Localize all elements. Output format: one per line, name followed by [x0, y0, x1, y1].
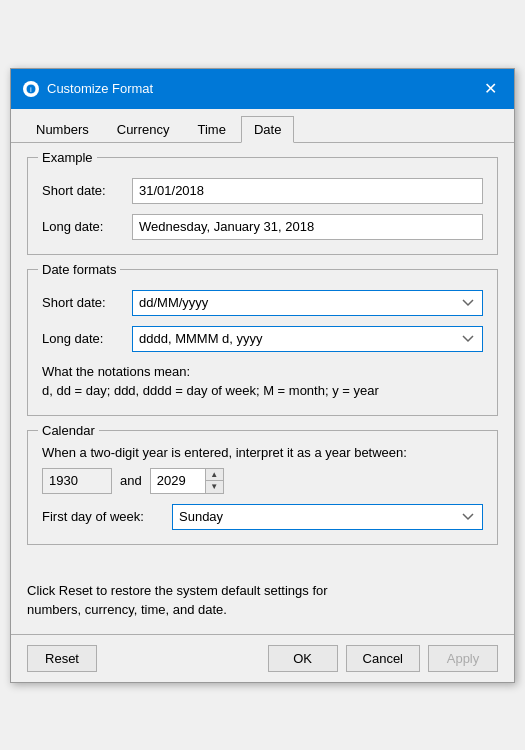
footer-line2: numbers, currency, time, and date.	[27, 602, 227, 617]
tab-numbers[interactable]: Numbers	[23, 116, 102, 143]
spinner-up-button[interactable]: ▲	[206, 469, 223, 482]
first-day-row: First day of week: Sunday Monday Tuesday…	[42, 504, 483, 530]
year-end-spinner: ▲ ▼	[150, 468, 224, 494]
year-range-row: and ▲ ▼	[42, 468, 483, 494]
tab-currency[interactable]: Currency	[104, 116, 183, 143]
apply-button[interactable]: Apply	[428, 645, 498, 672]
year-start-input[interactable]	[42, 468, 112, 494]
long-date-input[interactable]	[132, 214, 483, 240]
notation-line2: d, dd = day; ddd, dddd = day of week; M …	[42, 381, 483, 401]
footer-text: Click Reset to restore the system defaul…	[11, 573, 514, 634]
tab-date[interactable]: Date	[241, 116, 294, 143]
title-bar-left: i Customize Format	[23, 81, 153, 97]
short-date-format-label: Short date:	[42, 295, 132, 310]
bottom-bar: Reset OK Cancel Apply	[11, 634, 514, 682]
title-bar: i Customize Format ✕	[11, 69, 514, 109]
example-section: Example Short date: Long date:	[27, 157, 498, 255]
long-date-row: Long date:	[42, 214, 483, 240]
cancel-button[interactable]: Cancel	[346, 645, 420, 672]
short-date-format-select[interactable]: dd/MM/yyyy	[132, 290, 483, 316]
long-date-format-select[interactable]: dddd, MMMM d, yyyy	[132, 326, 483, 352]
long-date-format-label: Long date:	[42, 331, 132, 346]
and-text: and	[120, 473, 142, 488]
dialog-icon: i	[23, 81, 39, 97]
tab-content: Example Short date: Long date: Date form…	[11, 143, 514, 573]
footer-line1: Click Reset to restore the system defaul…	[27, 583, 328, 598]
date-formats-legend: Date formats	[38, 262, 120, 277]
svg-text:i: i	[30, 85, 32, 94]
long-date-format-row: Long date: dddd, MMMM d, yyyy	[42, 326, 483, 352]
bottom-right-buttons: OK Cancel Apply	[268, 645, 498, 672]
year-end-input[interactable]	[151, 469, 205, 493]
calendar-section: Calendar When a two-digit year is entere…	[27, 430, 498, 545]
tab-bar: Numbers Currency Time Date	[11, 109, 514, 143]
calendar-description: When a two-digit year is entered, interp…	[42, 445, 483, 460]
notation-line1: What the notations mean:	[42, 362, 483, 382]
short-date-input[interactable]	[132, 178, 483, 204]
spinner-down-button[interactable]: ▼	[206, 481, 223, 493]
short-date-format-row: Short date: dd/MM/yyyy	[42, 290, 483, 316]
notation-text: What the notations mean: d, dd = day; dd…	[42, 362, 483, 401]
example-legend: Example	[38, 150, 97, 165]
long-date-label: Long date:	[42, 219, 132, 234]
tab-time[interactable]: Time	[185, 116, 239, 143]
short-date-row: Short date:	[42, 178, 483, 204]
close-button[interactable]: ✕	[478, 77, 502, 101]
customize-format-dialog: i Customize Format ✕ Numbers Currency Ti…	[10, 68, 515, 683]
ok-button[interactable]: OK	[268, 645, 338, 672]
short-date-label: Short date:	[42, 183, 132, 198]
first-day-label: First day of week:	[42, 509, 172, 524]
spinner-buttons: ▲ ▼	[205, 469, 223, 493]
first-day-select[interactable]: Sunday Monday Tuesday Wednesday Thursday…	[172, 504, 483, 530]
reset-button[interactable]: Reset	[27, 645, 97, 672]
calendar-legend: Calendar	[38, 423, 99, 438]
date-formats-section: Date formats Short date: dd/MM/yyyy Long…	[27, 269, 498, 416]
dialog-title: Customize Format	[47, 81, 153, 96]
